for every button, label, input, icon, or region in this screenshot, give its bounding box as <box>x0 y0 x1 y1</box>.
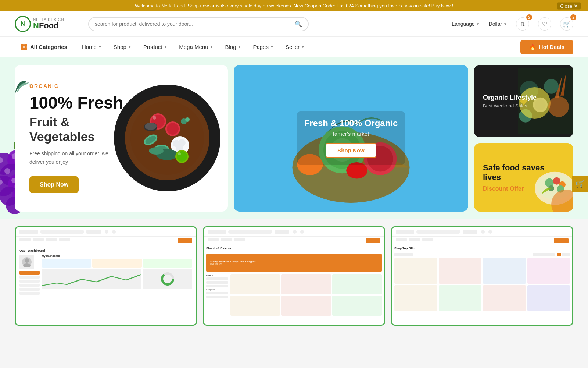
hero-main-banner: ORGANIC 100% Fresh Fruit & Vegetables Fr… <box>15 65 228 212</box>
announcement-text: Welcome to Netta Food. Shop new arrivals… <box>135 3 453 8</box>
floating-cart-button[interactable]: 🛒 <box>572 176 588 192</box>
nav-item-shop[interactable]: Shop ▼ <box>108 37 137 57</box>
safe-food-subtitle: Discount Offer <box>483 185 564 192</box>
nav-blog-label: Blog <box>225 44 236 50</box>
shop-banner: Healthy, Nutritious & Tasty Fruits & Veg… <box>206 254 382 272</box>
hot-deals-button[interactable]: 🔥 Hot Deals <box>520 40 573 54</box>
organic-lifestyle-subtitle: Best Weekend Sales <box>483 103 564 109</box>
close-announcement-button[interactable]: Close ✕ <box>557 2 581 9</box>
nav-item-seller[interactable]: Seller ▼ <box>280 37 310 57</box>
all-categories-button[interactable]: All Categories <box>15 37 73 57</box>
screenshot-shop-top-filter[interactable]: Shop Top Filter <box>391 226 573 326</box>
mini-logo-1 <box>19 230 38 234</box>
svg-point-23 <box>130 101 204 175</box>
mini-nav-product <box>59 238 70 241</box>
search-icon[interactable]: 🔍 <box>295 21 302 28</box>
mini-logo-2 <box>208 230 226 234</box>
mini-nav-2-cat <box>208 238 219 241</box>
shop-body: Filters Categories <box>204 274 384 316</box>
search-bar[interactable]: 🔍 <box>88 17 309 31</box>
search-input[interactable] <box>95 21 291 27</box>
logo-icon: N <box>15 16 31 32</box>
mini-lang-1 <box>86 230 101 234</box>
mini-hot-deals-3 <box>554 238 569 243</box>
nav-item-product[interactable]: Product ▼ <box>138 37 173 57</box>
shop-sidebar-title: Shop Left Sidebar <box>204 245 384 251</box>
header: N NETTA DESIGN NFood 🔍 Language ▼ Dollar… <box>0 11 588 37</box>
nav-item-home[interactable]: Home ▼ <box>77 37 107 57</box>
svg-point-45 <box>178 152 181 155</box>
nav-item-mega-menu[interactable]: Mega Menu ▼ <box>174 37 218 57</box>
dash-menu-profile <box>19 284 40 287</box>
grid-view-icon <box>557 253 561 256</box>
nav-mega-label: Mega Menu <box>179 44 208 50</box>
product-mini-6 <box>332 296 382 316</box>
chevron-down-icon: ▼ <box>164 45 167 49</box>
chevron-down-icon: ▼ <box>503 22 507 26</box>
cart-badge: 2 <box>570 14 576 20</box>
nav-shop-label: Shop <box>114 44 126 50</box>
top-filter-title-section: Shop Top Filter <box>392 245 572 251</box>
svg-point-26 <box>153 116 156 120</box>
mini-nav-3 <box>392 237 572 245</box>
main-content: ORGANIC 100% Fresh Fruit & Vegetables Fr… <box>0 57 588 219</box>
dashboard-body: My Dashboard <box>19 255 192 296</box>
mini-nav-shop <box>46 238 57 241</box>
fire-icon: 🔥 <box>529 44 536 50</box>
floating-cart-icon: 🛒 <box>576 180 585 188</box>
mini-nav-3-shop <box>409 238 420 241</box>
mini-nav-2-shop <box>221 238 232 241</box>
dashboard-avatar <box>19 255 34 269</box>
compare-badge: 2 <box>526 14 532 20</box>
nav-home-label: Home <box>82 44 97 50</box>
mini-nav-cat <box>19 238 31 241</box>
dash-menu-products <box>19 276 40 279</box>
chevron-down-icon: ▼ <box>128 45 132 49</box>
svg-point-72 <box>25 258 29 263</box>
svg-point-13 <box>0 180 3 185</box>
nav-item-blog[interactable]: Blog ▼ <box>220 37 246 57</box>
compare-button[interactable]: ⇅ 2 <box>516 17 529 31</box>
filter-cat-1 <box>206 292 228 294</box>
currency-selector[interactable]: Dollar ▼ <box>489 21 507 27</box>
chevron-down-icon: ▼ <box>301 45 305 49</box>
mini-search-3 <box>416 230 460 234</box>
filter-cat-2 <box>206 296 228 298</box>
screenshot-shop-sidebar[interactable]: Shop Left Sidebar Healthy, Nutritious & … <box>203 226 385 326</box>
screenshot-dashboard[interactable]: User Dashboard My Dashboard <box>15 226 197 326</box>
chevron-down-icon: ▼ <box>476 22 480 26</box>
svg-point-0 <box>0 153 15 175</box>
header-right: Language ▼ Dollar ▼ ⇅ 2 ♡ 🛒 2 <box>452 17 573 31</box>
mid-shop-now-button[interactable]: Shop Now <box>326 143 376 158</box>
stat-products <box>42 259 91 268</box>
product-tf-2 <box>439 258 482 284</box>
mini-search-2 <box>228 230 272 234</box>
organic-lifestyle-title: Organic Lifestyle <box>483 94 564 102</box>
language-selector[interactable]: Language ▼ <box>452 21 480 27</box>
hero-shop-now-button[interactable]: Shop Now <box>29 176 79 193</box>
mid-banner-subtitle: famer's market <box>304 131 398 137</box>
hero-description: Free shipping on all your order. we deli… <box>29 149 110 166</box>
svg-point-11 <box>4 168 10 174</box>
shop-title-label: Shop Left Sidebar <box>206 247 382 250</box>
svg-point-28 <box>167 123 179 135</box>
mini-hot-deals <box>178 238 192 243</box>
mini-icon-1 <box>105 230 108 234</box>
sort-by-mini <box>533 253 555 256</box>
mini-icon-4 <box>300 230 304 234</box>
grid-icon <box>21 44 27 50</box>
product-tf-3 <box>483 258 526 284</box>
filter-item-2 <box>206 281 228 284</box>
dashboard-charts <box>42 269 192 289</box>
screenshots-section: User Dashboard My Dashboard <box>0 219 588 333</box>
stat-orders <box>143 259 192 268</box>
mini-hot-deals-2 <box>366 238 380 243</box>
nav-item-pages[interactable]: Pages ▼ <box>248 37 279 57</box>
dashboard-title: User Dashboard <box>19 249 192 252</box>
product-tf-6 <box>439 285 482 311</box>
logo-food: NFood <box>33 22 64 30</box>
svg-point-4 <box>0 176 14 196</box>
cart-button[interactable]: 🛒 2 <box>560 17 573 31</box>
wishlist-button[interactable]: ♡ <box>538 17 551 31</box>
logo[interactable]: N NETTA DESIGN NFood <box>15 16 81 32</box>
